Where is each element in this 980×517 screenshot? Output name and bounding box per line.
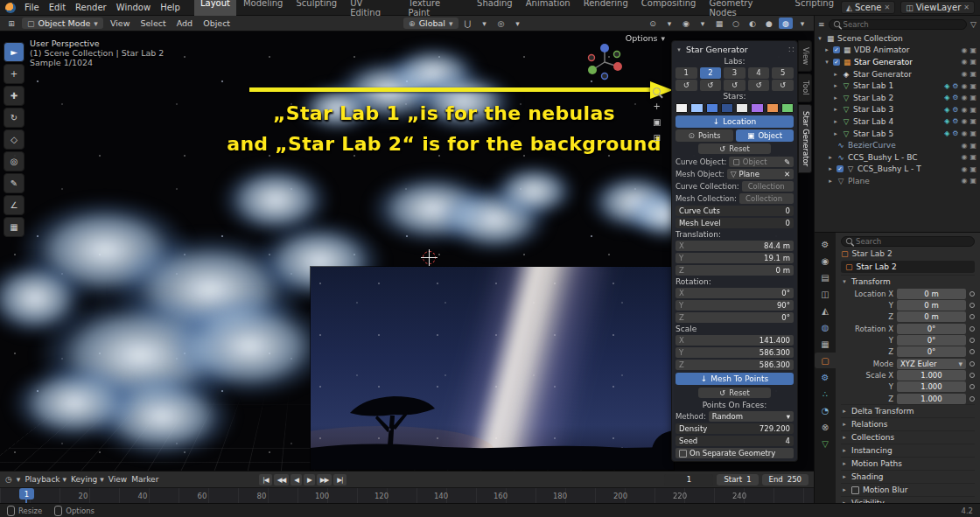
rotation-z-field[interactable]: 0°	[897, 346, 966, 357]
playhead[interactable]: 1	[19, 488, 34, 500]
expand-icon[interactable]: ▸	[832, 130, 839, 137]
panel-header[interactable]: ▾ Star Generator ∷	[676, 44, 794, 55]
viewlayer-unlink-icon[interactable]: ✕	[963, 3, 970, 11]
scale-y-field[interactable]: 1.000	[897, 381, 966, 392]
pan-icon[interactable]: +	[654, 102, 661, 111]
tab-object-data[interactable]: ▽	[816, 436, 835, 451]
prev-keyframe-button[interactable]: ◀◀	[274, 474, 290, 486]
lab-3-refresh-icon[interactable]: ↺	[724, 80, 746, 91]
proportional-dropdown-icon[interactable]: ▾	[511, 17, 525, 29]
overlays-dropdown-icon[interactable]: ▾	[696, 17, 710, 29]
hide-eye-icon[interactable]: ◉	[961, 106, 967, 114]
tab-world[interactable]: ◍	[816, 319, 835, 335]
shading-material-icon[interactable]: ●	[762, 17, 776, 29]
tool-select-box[interactable]: ►	[4, 42, 24, 62]
filter-funnel-icon[interactable]: ▽	[970, 20, 976, 29]
frame-end-field[interactable]: End250	[762, 474, 808, 486]
render-camera-icon[interactable]: ▣	[970, 165, 976, 173]
section-motion-blur[interactable]: ▸Motion Blur	[841, 483, 975, 496]
animate-dot-icon[interactable]	[970, 373, 975, 378]
animate-dot-icon[interactable]	[970, 314, 975, 319]
hide-eye-icon[interactable]: ◉	[961, 82, 967, 90]
render-camera-icon[interactable]: ▣	[970, 117, 976, 125]
expand-icon[interactable]: ▸	[832, 82, 839, 89]
tab-scene[interactable]: ◭	[816, 303, 835, 318]
properties-breadcrumb[interactable]: ▢ Star Lab 2	[841, 248, 975, 259]
rotation-mode-dropdown[interactable]: XYZ Euler ▾	[897, 359, 966, 369]
tool-measure[interactable]: ∠	[4, 195, 24, 215]
outliner-row-star-lab-2[interactable]: ▸ ▽ Star Lab 2 ◈⚙◉▣	[815, 92, 980, 104]
tab-object[interactable]: ▢	[815, 353, 836, 368]
expand-icon[interactable]: ▸	[832, 118, 839, 125]
animate-dot-icon[interactable]	[970, 361, 975, 367]
jump-to-start-button[interactable]: |◀	[259, 474, 271, 486]
hide-eye-icon[interactable]: ◉	[961, 94, 967, 101]
rotation-x-field[interactable]: 0°	[897, 324, 966, 334]
tool-cursor[interactable]: +	[4, 64, 24, 84]
object-name-field[interactable]: ▢ Star Lab 2	[841, 261, 975, 273]
tab-view[interactable]: View	[798, 40, 812, 72]
blender-logo-icon[interactable]	[5, 3, 16, 13]
animate-dot-icon[interactable]	[970, 291, 975, 297]
snap-dropdown-icon[interactable]: ▾	[478, 17, 492, 29]
mode-dropdown[interactable]: ▢ Object Mode ▾	[22, 17, 103, 29]
render-camera-icon[interactable]: ▣	[970, 58, 976, 66]
outliner-row-scene-collection[interactable]: ▾ ▦ Scene Collection	[815, 32, 980, 45]
lab-5-button[interactable]: 5	[772, 67, 794, 79]
menu-add[interactable]: Add	[173, 18, 196, 28]
scene-selector[interactable]: ◭ Scene ✕	[841, 1, 895, 14]
section-relations[interactable]: ▸Relations	[841, 417, 975, 430]
expand-icon[interactable]: ▾	[823, 59, 830, 66]
lab-4-button[interactable]: 4	[748, 67, 770, 79]
star-color-swatch[interactable]	[706, 103, 718, 113]
star-color-swatch[interactable]	[736, 103, 748, 113]
outliner-row-star-lab-3[interactable]: ▸ ▽ Star Lab 3 ◈⚙◉▣	[815, 104, 980, 116]
expand-icon[interactable]: ▸	[832, 106, 839, 113]
next-keyframe-button[interactable]: ▶▶	[317, 474, 332, 486]
translation-x-field[interactable]: X84.4 m	[676, 241, 794, 251]
render-camera-icon[interactable]: ▣	[970, 70, 976, 78]
frame-start-field[interactable]: Start1	[717, 474, 758, 486]
hide-eye-icon[interactable]: ◉	[961, 46, 967, 54]
menu-edit[interactable]: Edit	[45, 3, 70, 12]
expand-icon[interactable]: ▸	[827, 178, 834, 185]
outliner-row-star-lab-4[interactable]: ▸ ▽ Star Lab 4 ◈⚙◉▣	[815, 115, 980, 128]
lab-3-button[interactable]: 3	[724, 67, 746, 79]
star-color-swatch[interactable]	[766, 103, 779, 113]
star-color-swatch[interactable]	[676, 103, 688, 113]
section-visibility[interactable]: ▸Visibility	[841, 496, 975, 503]
seed-slider[interactable]: Seed 4	[676, 436, 794, 446]
animate-dot-icon[interactable]	[970, 338, 975, 343]
tab-tool[interactable]: ⚙	[816, 236, 835, 252]
drag-dots-icon[interactable]: ∷	[788, 45, 794, 54]
checkbox-icon[interactable]	[851, 486, 859, 494]
gizmo-dropdown-icon[interactable]: ▾	[662, 17, 676, 29]
outliner-row-star-lab-5[interactable]: ▸ ▽ Star Lab 5 ◈⚙◉▣	[815, 128, 980, 140]
collection-checkbox[interactable]: ✓	[833, 46, 840, 53]
collection-checkbox[interactable]: ✓	[833, 59, 840, 66]
editor-type-icon[interactable]: ⊞	[4, 17, 18, 29]
render-camera-icon[interactable]: ▣	[970, 46, 976, 54]
mesh-object-field[interactable]: ▽ Plane ✕	[727, 169, 794, 179]
section-collections[interactable]: ▸Collections	[841, 430, 975, 444]
translation-y-field[interactable]: Y19.1 m	[676, 253, 794, 263]
current-frame-field[interactable]: 1	[664, 474, 713, 486]
star-color-swatch[interactable]	[721, 103, 733, 113]
section-motion-paths[interactable]: ▸Motion Paths	[841, 457, 975, 470]
hide-eye-icon[interactable]: ◉	[961, 165, 967, 173]
render-camera-icon[interactable]: ▣	[970, 82, 976, 90]
perspective-toggle-icon[interactable]: ⊞	[654, 134, 661, 143]
xray-toggle-icon[interactable]: ▦	[712, 17, 726, 29]
lab-2-button[interactable]: 2	[700, 67, 722, 79]
menu-playback[interactable]: Playback▾	[24, 475, 66, 484]
reset-button-2[interactable]: ↺ Reset	[698, 388, 772, 398]
reset-button[interactable]: ↺ Reset	[698, 143, 772, 154]
play-reverse-button[interactable]: ◀	[290, 474, 302, 486]
separate-geometry-checkbox[interactable]: On Separate Geometry	[676, 448, 794, 458]
camera-view-icon[interactable]: ▣	[653, 118, 661, 127]
hide-eye-icon[interactable]: ◉	[961, 153, 967, 161]
curve-cuts-slider[interactable]: Curve Cuts 0	[676, 206, 794, 216]
lab-1-button[interactable]: 1	[676, 67, 697, 79]
tool-add-cube[interactable]: ▦	[4, 217, 24, 237]
outliner-row-ccs-bushy-t[interactable]: ▸ ✓ ▽ CCS_Bushy L - T ◉▣	[815, 164, 980, 176]
